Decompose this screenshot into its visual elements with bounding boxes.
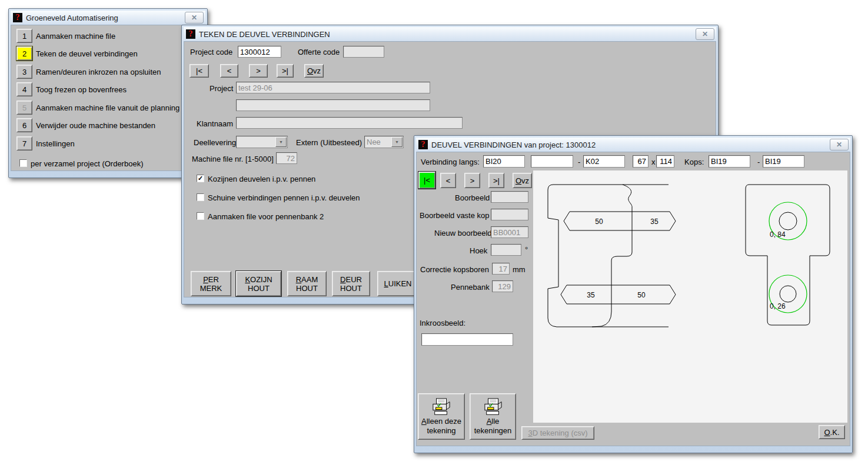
menu-label-7: Instellingen: [36, 139, 75, 148]
inkroosbeeld-field[interactable]: [421, 333, 513, 346]
correctie-kopsboren-field: 17: [492, 263, 510, 275]
dim-width-field[interactable]: 67: [633, 155, 648, 168]
nav-prev-button[interactable]: <: [220, 64, 238, 78]
titlebar-teken-deuvel[interactable]: ? TEKEN DE DEUVEL VERBINDINGEN ✕: [184, 27, 716, 41]
raam-hout-button[interactable]: RAAM HOUT: [287, 271, 327, 296]
break-line: [592, 185, 632, 327]
print-all-drawings-button[interactable]: Alle tekeningen: [470, 393, 516, 440]
drawing-canvas: 50 35 35 50 0, 84 0, 26: [533, 170, 847, 423]
inkroosbeeld-label: Inkroosbeeld:: [420, 319, 465, 327]
dowel-bar-top: [564, 212, 676, 230]
pennenbank2-label: Aanmaken file voor pennenbank 2: [208, 212, 324, 221]
ok-button[interactable]: O.K.: [819, 425, 845, 439]
dash-label: -: [578, 158, 580, 166]
nav-first-button[interactable]: |<: [418, 172, 435, 189]
joint-drawing: 50 35 35 50 0, 84 0, 26: [533, 170, 847, 423]
hoek-label: Hoek: [470, 246, 487, 255]
frame-outline: [548, 185, 669, 327]
klantnaam-field: [236, 117, 463, 129]
boorbeeld-vaste-kop-label: Boorbeeld vaste kop: [420, 211, 490, 220]
langs3-field[interactable]: K02: [583, 155, 625, 168]
chevron-down-icon[interactable]: ▼: [275, 137, 287, 147]
app-help-icon: ?: [418, 140, 428, 149]
extern-combobox[interactable]: Nee ▼: [364, 136, 404, 148]
menu-button-3[interactable]: 3: [16, 65, 32, 79]
project-code-label: Project code: [190, 48, 232, 56]
dash-label: -: [757, 158, 760, 166]
nav-next-button[interactable]: >: [249, 64, 268, 78]
menu-label-4: Toog frezen op bovenfrees: [36, 85, 127, 94]
menu-label-1: Aanmaken machine file: [36, 32, 115, 41]
boorbeeld-label: Boorbeeld: [455, 193, 490, 202]
pennenbank2-checkbox[interactable]: [197, 212, 204, 220]
project-name-field: test 29-06: [236, 82, 430, 93]
schuine-verbindingen-checkbox[interactable]: [197, 193, 204, 201]
nieuw-boorbeeld-label: Nieuw boorbeeld: [434, 229, 492, 237]
hole-bottom-bore: [780, 286, 796, 302]
langs1-field[interactable]: BI20: [483, 155, 525, 168]
window-title: TEKEN DE DEUVEL VERBINDINGEN: [199, 30, 330, 39]
kops-label: Kops:: [684, 158, 704, 166]
menu-label-5: Aanmaken machine file vanuit de planning: [36, 103, 179, 112]
nav-first-button[interactable]: |<: [189, 64, 209, 78]
kozijnen-deuvelen-checkbox[interactable]: ✓: [197, 175, 204, 182]
nav-last-button[interactable]: >|: [277, 64, 294, 78]
langs2-field[interactable]: [531, 155, 573, 168]
orderboek-checkbox[interactable]: [19, 159, 27, 167]
kozijn-hout-button[interactable]: KOZIJN HOUT: [236, 271, 281, 296]
nav-prev-button[interactable]: <: [440, 173, 456, 188]
menu-button-2[interactable]: 2: [16, 46, 32, 61]
per-merk-button[interactable]: PER MERK: [191, 271, 231, 296]
project-code-field[interactable]: 1300012: [238, 46, 281, 58]
menu-label-2: Teken de deuvel verbindingen: [36, 49, 138, 58]
menu-button-4[interactable]: 4: [16, 82, 32, 96]
app-help-icon: ?: [186, 29, 195, 39]
menu-label-6: Verwijder oude machine bestanden: [36, 121, 155, 130]
dowel-dim-label: 50: [595, 218, 603, 226]
profile-outline: [746, 185, 830, 325]
offerte-code-field: [343, 46, 384, 58]
pennebank-field: 129: [492, 280, 513, 292]
project-label: Project: [209, 84, 233, 93]
menu-button-7[interactable]: 7: [16, 136, 32, 150]
window-deuvel-verbindingen: ? DEUVEL VERBINDINGEN van project: 13000…: [414, 135, 853, 453]
dim-x-label: x: [651, 158, 656, 166]
chevron-down-icon[interactable]: ▼: [391, 137, 403, 147]
boorbeeld-vaste-kop-field: [491, 209, 528, 220]
nav-ovz-button[interactable]: Ovz: [513, 173, 532, 188]
deur-hout-button[interactable]: DEUR HOUT: [332, 271, 370, 296]
titlebar-deuvel-verbindingen[interactable]: ? DEUVEL VERBINDINGEN van project: 13000…: [416, 138, 850, 152]
correctie-kopsboren-label: Correctie kopsboren: [420, 265, 489, 274]
kops2-field[interactable]: BI19: [763, 155, 804, 168]
machine-file-nr-label: Machine file nr. [1-5000]: [192, 155, 274, 163]
nav-last-button[interactable]: >|: [488, 173, 504, 188]
dim-height-field[interactable]: 114: [656, 155, 674, 168]
dowel-dim-label: 35: [587, 291, 595, 299]
klantnaam-label: Klantnaam: [197, 119, 233, 128]
orderboek-checkbox-label: per verzamel project (Orderboek): [31, 159, 143, 168]
nav-ovz-button[interactable]: Ovz: [304, 64, 324, 78]
nav-next-button[interactable]: >: [464, 173, 480, 188]
extern-label: Extern (Uitbesteed): [296, 138, 362, 147]
deuvel-client: Verbinding langs: BI20 - K02 67 x 114 Ko…: [416, 152, 850, 446]
print-this-drawing-button[interactable]: Alleen deze tekening: [418, 393, 465, 440]
kops1-field[interactable]: BI19: [709, 155, 750, 168]
close-icon[interactable]: ✕: [185, 12, 204, 24]
menu-button-6[interactable]: 6: [16, 118, 32, 132]
luiken-button[interactable]: LUIKEN: [377, 271, 418, 296]
titlebar-groeneveld[interactable]: ? Groeneveld Automatisering ✕: [11, 11, 205, 25]
pennebank-label: Pennebank: [451, 283, 490, 292]
hole-top-bore: [779, 212, 797, 230]
deellevering-label: Deellevering: [194, 138, 236, 147]
dowel-dim-label: 35: [650, 218, 659, 226]
deellevering-combobox[interactable]: ▼: [236, 136, 288, 148]
close-icon[interactable]: ✕: [830, 139, 849, 150]
menu-button-1[interactable]: 1: [16, 29, 32, 43]
kozijnen-deuvelen-label: Kozijnen deuvelen i.p.v. pennen: [208, 175, 315, 183]
window-title: DEUVEL VERBINDINGEN van project: 1300012: [431, 140, 596, 149]
3d-tekening-csv-button: 3D tekening (csv): [521, 426, 594, 440]
dowel-dim-label: 50: [637, 291, 646, 299]
hole-top-label: 0, 84: [770, 230, 786, 239]
hole-bottom-label: 0, 26: [770, 302, 786, 310]
close-icon[interactable]: ✕: [696, 28, 714, 40]
